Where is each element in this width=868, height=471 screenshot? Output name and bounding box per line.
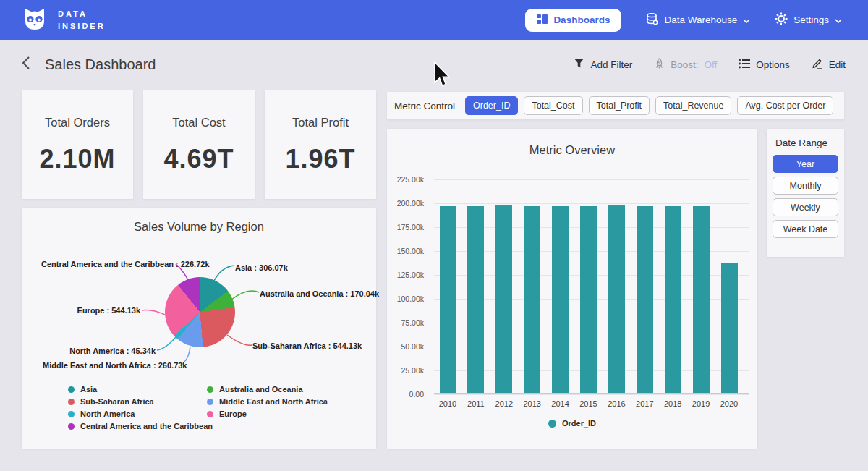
bar-2011[interactable] — [467, 206, 484, 393]
x-axis-tick: 2014 — [546, 399, 575, 408]
pencil-icon — [812, 57, 823, 72]
date-range-weekly-button[interactable]: Weekly — [773, 198, 838, 216]
kpi-label: Total Orders — [45, 116, 110, 130]
x-axis-tick: 2010 — [433, 399, 462, 408]
data-warehouse-label: Data Warehouse — [664, 14, 737, 25]
y-axis-tick: 100.00k — [397, 294, 424, 303]
dashboards-button[interactable]: Dashboards — [525, 9, 621, 32]
y-axis-tick: 175.00k — [397, 223, 424, 232]
x-axis-tick: 2017 — [630, 399, 659, 408]
boost-label: Boost: — [671, 59, 698, 70]
pie-legend-col1: AsiaSub-Saharan AfricaNorth AmericaCentr… — [68, 385, 213, 430]
gridline — [434, 179, 749, 180]
y-axis-tick: 75.00k — [401, 318, 424, 327]
x-axis-tick: 2012 — [490, 399, 519, 408]
metric-button-total-cost[interactable]: Total_Cost — [524, 96, 582, 115]
y-axis-tick: 200.00k — [397, 199, 424, 208]
chevron-down-icon — [743, 14, 750, 25]
settings-menu[interactable]: Settings — [775, 12, 842, 27]
date-range-panel: Date Range Year Monthly Weekly Week Date — [767, 129, 844, 257]
data-warehouse-menu[interactable]: Data Warehouse — [646, 13, 750, 27]
metric-button-order-id[interactable]: Order_ID — [465, 96, 518, 115]
legend-label: Australia and Oceania — [219, 385, 303, 394]
options-button[interactable]: Options — [739, 59, 790, 71]
bar-2018[interactable] — [665, 206, 681, 393]
metric-button-total-revenue[interactable]: Total_Revenue — [655, 96, 731, 115]
legend-item[interactable]: Asia — [68, 385, 213, 394]
date-range-monthly-button[interactable]: Monthly — [773, 177, 838, 195]
kpi-card-total-orders: Total Orders 2.10M — [22, 90, 133, 199]
edit-label: Edit — [829, 59, 846, 70]
y-axis-tick: 25.00k — [401, 366, 424, 375]
x-axis-tick: 2019 — [686, 399, 715, 408]
brand[interactable]: DATA INSIDER — [20, 4, 106, 36]
filter-funnel-icon — [574, 58, 584, 71]
bar-2020[interactable] — [721, 263, 738, 393]
metric-button-avg-cost[interactable]: Avg. Cost per Order — [737, 96, 833, 115]
kpi-value: 2.10M — [39, 144, 115, 174]
gear-icon — [775, 12, 788, 27]
back-button[interactable] — [20, 55, 32, 74]
gridline — [434, 394, 749, 395]
brand-line1: DATA — [58, 8, 106, 20]
legend-label: North America — [80, 410, 135, 418]
bar-2013[interactable] — [524, 206, 540, 393]
kpi-label: Total Profit — [292, 116, 349, 130]
legend-item[interactable]: Australia and Oceania — [207, 385, 328, 394]
boost-toggle[interactable]: Boost: Off — [654, 58, 717, 72]
pie-chart[interactable] — [165, 277, 235, 347]
dashboard-grid-icon — [537, 14, 548, 26]
pie-chart-card: Sales Volume by Region Asia : 306.07k Au… — [22, 208, 376, 449]
legend-dot — [68, 423, 75, 430]
legend-dot — [68, 399, 75, 405]
list-options-icon — [739, 59, 750, 71]
bar-2010[interactable] — [440, 206, 456, 393]
legend-item[interactable]: Central America and the Caribbean — [68, 422, 213, 430]
legend-label: Central America and the Caribbean — [80, 422, 213, 430]
legend-dot — [68, 386, 75, 393]
add-filter-button[interactable]: Add Filter — [574, 58, 632, 71]
metric-button-total-profit[interactable]: Total_Profit — [589, 96, 650, 115]
legend-item[interactable]: Sub-Saharan Africa — [68, 397, 213, 406]
y-axis-tick: 150.00k — [397, 247, 424, 255]
add-filter-label: Add Filter — [590, 59, 632, 70]
bar-chart-legend[interactable]: Order_ID — [548, 419, 596, 428]
date-range-year-button[interactable]: Year — [773, 155, 838, 173]
page-title: Sales Dashboard — [45, 56, 156, 73]
kpi-card-total-cost: Total Cost 4.69T — [143, 90, 255, 199]
pie-label-australia-oceania: Australia and Oceania : 170.04k — [260, 289, 379, 298]
sales-dashboard-app: DATA INSIDER Dashboards — [0, 0, 868, 471]
brand-line2: INSIDER — [58, 20, 106, 33]
database-icon — [646, 13, 658, 27]
bar-2012[interactable] — [495, 205, 512, 393]
date-range-week-date-button[interactable]: Week Date — [773, 220, 838, 238]
bar-2016[interactable] — [608, 205, 625, 393]
kpi-card-total-profit: Total Profit 1.96T — [265, 90, 376, 199]
rocket-icon — [654, 58, 665, 72]
owl-logo-icon — [20, 4, 49, 36]
legend-item[interactable]: Middle East and North Africa — [207, 397, 328, 406]
top-nav: DATA INSIDER Dashboards — [0, 0, 868, 40]
pie-label-europe: Europe : 544.13k — [43, 306, 140, 315]
edit-button[interactable]: Edit — [812, 57, 846, 72]
legend-item[interactable]: North America — [68, 410, 213, 418]
bar-2014[interactable] — [552, 206, 569, 393]
y-axis-tick: 125.00k — [397, 271, 424, 279]
dashboards-label: Dashboards — [553, 14, 610, 25]
bar-2017[interactable] — [637, 206, 653, 393]
boost-state: Off — [704, 59, 717, 70]
y-axis-tick: 50.00k — [401, 342, 424, 351]
bar-2019[interactable] — [693, 206, 710, 393]
legend-item[interactable]: Europe — [207, 410, 328, 418]
pie-label-sub-saharan-africa: Sub-Saharan Africa : 544.13k — [252, 341, 362, 350]
legend-label: Middle East and North Africa — [219, 397, 328, 406]
legend-label: Europe — [219, 410, 247, 418]
bar-plot: 225.00k200.00k175.00k150.00k125.00k100.0… — [434, 179, 749, 394]
bar-2015[interactable] — [580, 206, 597, 393]
bar-chart-title: Metric Overview — [387, 143, 757, 157]
date-range-title: Date Range — [775, 137, 838, 148]
legend-dot — [207, 386, 213, 393]
x-axis-tick: 2018 — [658, 399, 687, 408]
kpi-value: 1.96T — [285, 144, 355, 174]
pie-legend-col2: Australia and OceaniaMiddle East and Nor… — [207, 385, 328, 418]
